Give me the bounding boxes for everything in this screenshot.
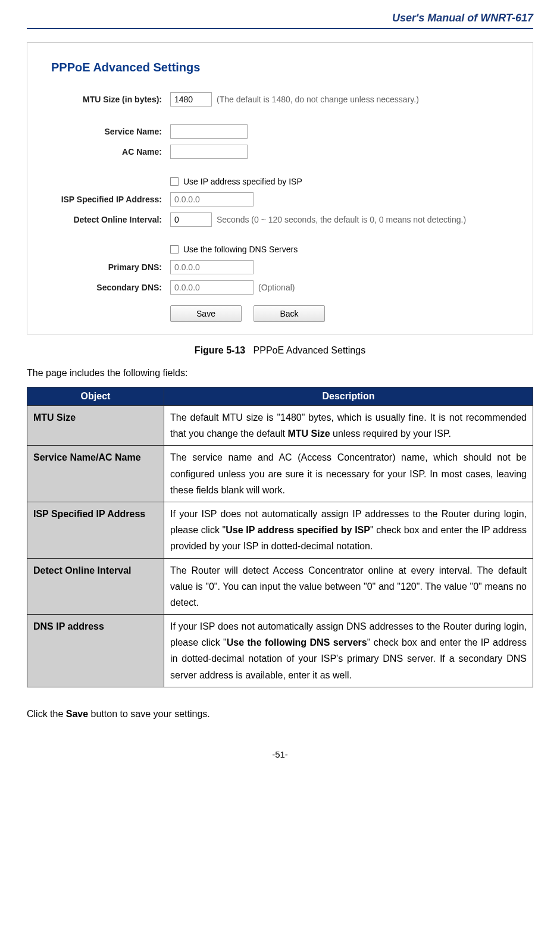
panel-title: PPPoE Advanced Settings bbox=[51, 61, 515, 74]
service-name-row: Service Name: bbox=[45, 124, 515, 139]
back-button[interactable]: Back bbox=[254, 305, 325, 322]
dns-checkbox-label: Use the following DNS Servers bbox=[183, 245, 298, 254]
page-number: -51- bbox=[27, 749, 533, 759]
isp-ip-input[interactable] bbox=[170, 192, 254, 207]
ac-name-label: AC Name: bbox=[45, 147, 170, 157]
obj-cell: MTU Size bbox=[27, 406, 164, 446]
obj-cell: ISP Specified IP Address bbox=[27, 502, 164, 558]
th-description: Description bbox=[164, 387, 533, 406]
secondary-dns-input[interactable] bbox=[170, 280, 254, 295]
figure-title: PPPoE Advanced Settings bbox=[254, 345, 366, 355]
desc-cell: The default MTU size is "1480" bytes, wh… bbox=[164, 406, 533, 446]
service-name-label: Service Name: bbox=[45, 127, 170, 136]
description-table: Object Description MTU Size The default … bbox=[27, 387, 533, 687]
ac-name-row: AC Name: bbox=[45, 145, 515, 159]
isp-checkbox-row: Use IP address specified by ISP bbox=[45, 177, 515, 186]
isp-checkbox-label: Use IP address specified by ISP bbox=[183, 177, 302, 186]
header-divider bbox=[27, 28, 533, 29]
secondary-dns-label: Secondary DNS: bbox=[45, 283, 170, 292]
ac-name-input[interactable] bbox=[170, 145, 248, 159]
table-row: ISP Specified IP Address If your ISP doe… bbox=[27, 502, 533, 558]
mtu-row: MTU Size (in bytes): (The default is 148… bbox=[45, 92, 515, 107]
service-name-input[interactable] bbox=[170, 124, 248, 139]
secondary-dns-row: Secondary DNS: (Optional) bbox=[45, 280, 515, 295]
primary-dns-input[interactable] bbox=[170, 260, 254, 274]
manual-title: User's Manual of WNRT-617 bbox=[27, 12, 533, 24]
desc-cell: If your ISP does not automatically assig… bbox=[164, 615, 533, 687]
secondary-dns-note: (Optional) bbox=[258, 283, 295, 292]
desc-cell: The Router will detect Access Concentrat… bbox=[164, 558, 533, 615]
detect-note: Seconds (0 ~ 120 seconds, the default is… bbox=[217, 215, 466, 224]
closing-text: Click the Save button to save your setti… bbox=[27, 709, 533, 719]
save-button[interactable]: Save bbox=[170, 305, 242, 322]
isp-ip-row: ISP Specified IP Address: bbox=[45, 192, 515, 207]
desc-cell: If your ISP does not automatically assig… bbox=[164, 502, 533, 558]
mtu-label: MTU Size (in bytes): bbox=[45, 95, 170, 104]
isp-ip-label: ISP Specified IP Address: bbox=[45, 195, 170, 204]
obj-cell: Service Name/AC Name bbox=[27, 446, 164, 502]
figure-caption: Figure 5-13 PPPoE Advanced Settings bbox=[27, 345, 533, 356]
obj-cell: Detect Online Interval bbox=[27, 558, 164, 615]
primary-dns-label: Primary DNS: bbox=[45, 262, 170, 272]
table-row: Service Name/AC Name The service name an… bbox=[27, 446, 533, 502]
obj-cell: DNS IP address bbox=[27, 615, 164, 687]
intro-text: The page includes the following fields: bbox=[27, 368, 533, 378]
detect-label: Detect Online Interval: bbox=[45, 215, 170, 224]
dns-checkbox-row: Use the following DNS Servers bbox=[45, 245, 515, 254]
detect-row: Detect Online Interval: Seconds (0 ~ 120… bbox=[45, 212, 515, 227]
detect-input[interactable] bbox=[170, 212, 212, 227]
button-row: Save Back bbox=[170, 305, 515, 322]
mtu-input[interactable] bbox=[170, 92, 212, 107]
primary-dns-row: Primary DNS: bbox=[45, 260, 515, 274]
table-row: DNS IP address If your ISP does not auto… bbox=[27, 615, 533, 687]
th-object: Object bbox=[27, 387, 164, 406]
table-row: MTU Size The default MTU size is "1480" … bbox=[27, 406, 533, 446]
settings-screenshot: PPPoE Advanced Settings MTU Size (in byt… bbox=[27, 42, 533, 334]
table-row: Detect Online Interval The Router will d… bbox=[27, 558, 533, 615]
mtu-note: (The default is 1480, do not change unle… bbox=[217, 95, 419, 104]
isp-checkbox[interactable] bbox=[170, 177, 179, 186]
dns-checkbox[interactable] bbox=[170, 245, 179, 254]
figure-number: Figure 5-13 bbox=[195, 345, 245, 355]
desc-cell: The service name and AC (Access Concentr… bbox=[164, 446, 533, 502]
